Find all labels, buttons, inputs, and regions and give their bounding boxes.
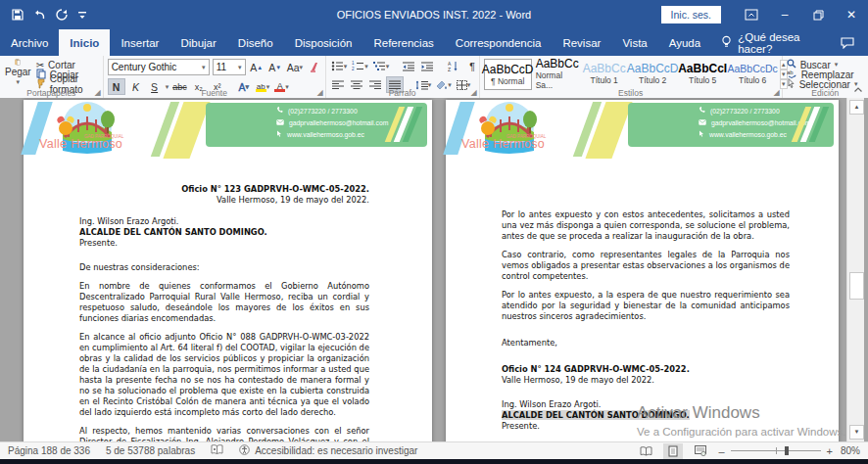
style-titulo-5[interactable]: AaBbCcI Título 5	[680, 59, 726, 88]
find-button[interactable]: Buscar ▾	[787, 60, 864, 70]
spacer	[502, 330, 790, 338]
tab-vista[interactable]: Vista	[611, 29, 657, 56]
parrafo-dialog-launcher-icon[interactable]: ◢	[470, 88, 476, 97]
collapse-ribbon-icon[interactable]	[853, 84, 863, 96]
paste-button[interactable]: Pegar ▾	[4, 59, 32, 86]
zoom-slider-thumb[interactable]	[785, 446, 789, 455]
ribbon-display-options-icon[interactable]	[735, 0, 768, 29]
grow-font-button[interactable]: A▲	[249, 60, 265, 74]
oficio-number: Oficio N° 124 GADPRVH-O-WMC-05-2022.	[502, 364, 790, 375]
scroll-up-icon[interactable]: ▲	[849, 100, 864, 115]
tell-me-box[interactable]: ¿Qué desea hacer?	[711, 29, 827, 56]
logo-subtitle: GAD PARROQUIAL	[84, 134, 123, 139]
logo-title: Valle Hermoso	[461, 137, 545, 151]
word-count[interactable]: 5 de 53788 palabras	[106, 445, 195, 456]
letterhead-website: www.vallehermoso.gob.ec	[287, 130, 364, 140]
tab-revisar[interactable]: Revisar	[552, 29, 611, 56]
tab-diseno[interactable]: Diseño	[227, 29, 284, 56]
document-page-2[interactable]: (02)2773220 / 2773300 gadprvallehermoso@…	[446, 100, 839, 441]
font-size-combo[interactable]: 11 ▾	[213, 59, 246, 75]
ribbon: Pegar ▾ ✂ Cortar Copiar Copiar formato P…	[0, 56, 868, 99]
close-button[interactable]: ✕	[835, 0, 868, 29]
feedback-comment-icon[interactable]	[827, 29, 868, 56]
shrink-font-button[interactable]: A▼	[267, 60, 283, 74]
portapapeles-dialog-launcher-icon[interactable]: ◢	[94, 88, 100, 97]
read-mode-icon[interactable]	[636, 443, 655, 459]
save-icon[interactable]	[12, 9, 24, 21]
group-parrafo: ▾ 12▾ ▾ AZ ¶ ▾ ▾	[326, 56, 480, 98]
replace-button[interactable]: ab Reemplazar	[787, 70, 864, 79]
style-titulo-1[interactable]: AaBbCc Título 1	[583, 59, 626, 88]
zoom-percentage[interactable]: 80%	[841, 445, 860, 456]
restore-button[interactable]	[801, 0, 835, 29]
show-marks-button[interactable]: ¶	[464, 59, 480, 73]
minimize-button[interactable]: –	[768, 0, 801, 29]
sort-button[interactable]: AZ	[446, 59, 461, 73]
style-name: Título 5	[689, 75, 716, 85]
undo-icon[interactable]	[33, 10, 46, 21]
group-label-parrafo: Párrafo	[326, 88, 479, 98]
svg-text:Z: Z	[448, 67, 451, 71]
proofing-icon[interactable]	[211, 444, 223, 457]
tab-ayuda[interactable]: Ayuda	[658, 29, 711, 56]
style-normal-sa[interactable]: AaBbCc Normal Sa...	[536, 59, 579, 88]
style-titulo-2[interactable]: AaBbCcD Título 2	[630, 59, 676, 88]
accessibility-label: Accesibilidad: es necesario investigar	[255, 445, 417, 456]
decrease-indent-button[interactable]	[401, 59, 416, 73]
group-label-estilos: Estilos	[480, 88, 782, 98]
document-page-1[interactable]: (02)2773220 / 2773300 gadprvallehermoso@…	[24, 100, 432, 441]
accessibility-icon	[239, 444, 250, 457]
letter-body-1[interactable]: Oficio N° 123 GADPRVH-O-WMC-05-2022. Val…	[24, 161, 432, 441]
style-name: Normal Sa...	[536, 70, 579, 90]
paragraph: En nombre de quienes conformamos el Gobi…	[79, 281, 369, 324]
recipient-block: Ing. Wilson Erazo Argoti. ALCALDE DEL CA…	[79, 216, 369, 249]
tab-inicio[interactable]: Inicio	[59, 29, 110, 56]
numbering-button[interactable]: 12▾	[351, 59, 369, 73]
place-date: Valle Hermoso, 19 de mayo del 2022.	[79, 195, 369, 206]
bullets-button[interactable]: ▾	[330, 59, 349, 73]
font-size-value: 11	[217, 62, 226, 72]
print-layout-icon[interactable]	[663, 443, 683, 459]
letter-body-2[interactable]: Por lo antes expuesto y con estos antece…	[446, 161, 839, 441]
clear-formatting-icon[interactable]	[307, 60, 322, 74]
tab-insertar[interactable]: Insertar	[110, 29, 169, 56]
style-normal[interactable]: AaBbCcD ¶ Normal	[484, 59, 532, 90]
page-indicator[interactable]: Página 188 de 336	[8, 445, 90, 456]
style-name: ¶ Normal	[491, 76, 524, 86]
style-preview: AaBbCcI	[678, 63, 727, 75]
paste-dropdown-icon[interactable]: ▾	[17, 78, 21, 86]
svg-text:1: 1	[352, 61, 355, 66]
letterhead-website-row: www.vallehermoso.gob.ec	[276, 130, 388, 140]
clipboard-small-buttons: ✂ Cortar Copiar Copiar formato	[36, 59, 99, 86]
vertical-scrollbar[interactable]: ▲ ▼	[846, 98, 864, 441]
style-preview: AaBbCcDc	[728, 63, 778, 75]
tab-archivo[interactable]: Archivo	[0, 29, 59, 56]
tab-referencias[interactable]: Referencias	[362, 29, 444, 56]
tab-correspondencia[interactable]: Correspondencia	[445, 29, 553, 56]
increase-indent-button[interactable]	[419, 59, 435, 73]
document-canvas[interactable]: (02)2773220 / 2773300 gadprvallehermoso@…	[0, 98, 868, 441]
group-portapapeles: Pegar ▾ ✂ Cortar Copiar Copiar formato P…	[0, 56, 104, 98]
tab-dibujar[interactable]: Dibujar	[169, 29, 226, 56]
accessibility-status[interactable]: Accesibilidad: es necesario investigar	[239, 444, 417, 457]
zoom-slider-track[interactable]	[731, 450, 821, 451]
scroll-down-icon[interactable]: ▼	[849, 425, 864, 440]
scrollbar-thumb[interactable]	[849, 272, 864, 300]
qat-customize-button[interactable]	[77, 10, 87, 20]
email-icon	[699, 118, 706, 128]
fuente-dialog-launcher-icon[interactable]: ◢	[316, 88, 322, 97]
email-icon	[276, 118, 284, 128]
sign-in-button[interactable]: Inic. ses.	[661, 6, 721, 23]
style-titulo-6[interactable]: AaBbCcDc Título 6	[730, 59, 776, 88]
style-name: Título 6	[739, 75, 766, 85]
status-bar: Página 188 de 336 5 de 53788 palabras Ac…	[0, 441, 868, 459]
font-family-combo[interactable]: Century Gothic ▾	[108, 59, 210, 75]
change-case-button[interactable]: Aa▾	[286, 60, 304, 74]
web-layout-icon[interactable]	[691, 443, 710, 459]
estilos-dialog-launcher-icon[interactable]: ◢	[773, 88, 779, 97]
tab-disposicion[interactable]: Disposición	[284, 29, 363, 56]
redo-icon[interactable]	[56, 9, 68, 21]
zoom-out-icon[interactable]: –	[718, 445, 724, 457]
multilevel-list-button[interactable]: ▾	[372, 59, 391, 73]
zoom-in-icon[interactable]: +	[827, 445, 833, 457]
